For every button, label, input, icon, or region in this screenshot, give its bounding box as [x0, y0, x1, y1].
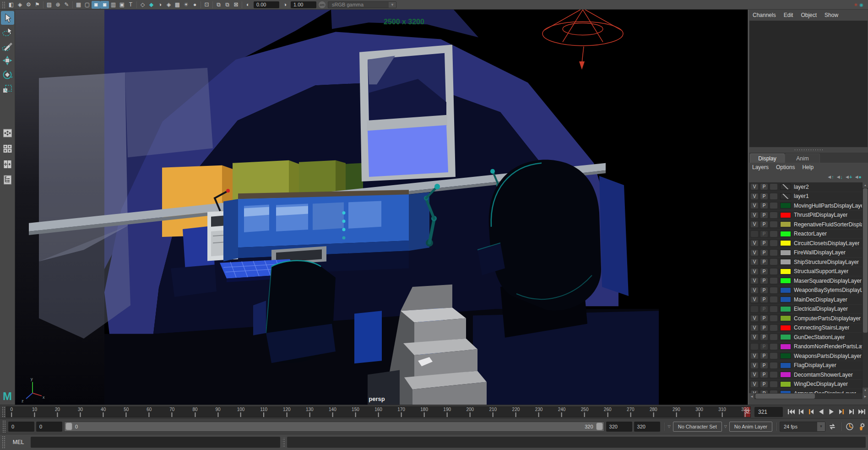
layer-visibility-toggle[interactable]: V [750, 381, 759, 388]
layer-extra-toggle[interactable] [770, 193, 778, 200]
layer-extra-toggle[interactable] [770, 240, 778, 247]
scroll-right-arrow[interactable]: ▶ [863, 393, 868, 399]
color-management-badge[interactable]: om [319, 1, 326, 8]
scroll-down-arrow[interactable]: ▼ [863, 388, 868, 393]
layer-extra-toggle[interactable] [770, 277, 778, 284]
layer-add-selected-icon[interactable]: ◀● [855, 174, 862, 180]
layer-row[interactable]: VPlayer1 [749, 192, 862, 202]
layer-name[interactable]: WingDecDisplayLayer [794, 381, 848, 387]
time-slider-grip[interactable] [1, 406, 5, 417]
layer-color-swatch[interactable] [780, 306, 791, 312]
layer-name[interactable]: WeaponsPartsDisplayLayer [794, 353, 862, 359]
layer-playback-toggle[interactable]: P [760, 315, 768, 322]
layer-extra-toggle[interactable] [770, 352, 778, 359]
xray-joints-icon[interactable]: ⊠ [232, 1, 240, 9]
lock-camera-icon[interactable]: ◈ [16, 1, 24, 9]
rotate-tool[interactable] [1, 68, 14, 82]
layer-extra-toggle[interactable] [770, 249, 778, 256]
xray-inactive-icon[interactable]: ⧉ [223, 1, 232, 9]
gamma-dropdown[interactable]: sRGB gamma▼ [328, 1, 396, 8]
layer-color-swatch[interactable] [780, 203, 791, 209]
layer-name[interactable]: ReactorLayer [794, 230, 827, 237]
layer-visibility-toggle[interactable]: V [750, 371, 759, 378]
layer-row[interactable]: VPConnectingStairsLayer [749, 324, 862, 333]
layer-visibility-toggle[interactable]: V [750, 352, 759, 359]
layer-extra-toggle[interactable] [770, 324, 778, 331]
layer-visibility-toggle[interactable]: V [750, 193, 759, 200]
layer-add-empty-icon[interactable]: ◀+ [846, 174, 852, 180]
layer-name[interactable]: CircuitClosetsDisplayLayer [794, 240, 859, 247]
grid-icon[interactable]: ▦ [74, 1, 83, 9]
layer-extra-toggle[interactable] [770, 296, 778, 303]
layer-visibility-toggle[interactable]: V [750, 212, 759, 219]
textured-icon[interactable]: ◑ [156, 1, 164, 9]
layer-move-up-icon[interactable]: ◀↑ [828, 174, 834, 180]
layer-color-swatch[interactable] [780, 184, 791, 190]
layer-row[interactable]: VPArmouryDecDisplayLayer [749, 389, 862, 393]
layer-color-swatch[interactable] [780, 269, 791, 274]
anim-layer-selector[interactable]: No Anim Layer [729, 422, 772, 432]
layer-playback-toggle[interactable]: P [760, 371, 768, 378]
safe-title-icon[interactable]: T [126, 1, 135, 9]
layer-visibility-toggle[interactable]: V [750, 221, 759, 228]
layer-playback-toggle[interactable]: P [760, 249, 768, 256]
layer-extra-toggle[interactable] [770, 390, 778, 393]
layer-color-swatch[interactable] [780, 287, 791, 293]
layer-visibility-toggle[interactable] [750, 343, 759, 350]
layer-name[interactable]: WeaponBaySytemsDisplayLaye [794, 287, 862, 293]
use-default-material-icon[interactable]: ▩ [173, 1, 182, 9]
film-gate-icon[interactable]: ▢ [83, 1, 92, 9]
layer-row[interactable]: VPRegenativeFluidSorterDisplayL [749, 220, 862, 230]
layer-visibility-toggle[interactable]: V [750, 296, 759, 303]
layer-row[interactable]: VPThrustPitDisplayLayer [749, 211, 862, 220]
resolution-gate-icon[interactable]: ◙ [92, 1, 100, 9]
layer-menu-help[interactable]: Help [802, 164, 814, 170]
select-camera-icon[interactable]: ◧ [7, 1, 16, 9]
step-forward-frame-button[interactable] [847, 407, 856, 417]
layer-extra-toggle[interactable] [770, 212, 778, 219]
vertical-scroll-thumb[interactable] [863, 188, 868, 333]
layer-extra-toggle[interactable] [770, 362, 778, 369]
step-back-key-button[interactable] [807, 407, 816, 417]
tab-display[interactable]: Display [750, 154, 785, 163]
layer-playback-toggle[interactable]: P [760, 296, 768, 303]
layer-color-swatch[interactable] [780, 325, 791, 331]
layer-visibility-toggle[interactable]: V [750, 324, 759, 331]
layer-visibility-toggle[interactable]: V [750, 362, 759, 369]
layer-playback-toggle[interactable]: P [760, 240, 768, 247]
command-line-splitter[interactable] [282, 437, 285, 447]
shaded-icon[interactable]: ◆ [147, 1, 156, 9]
layer-visibility-toggle[interactable]: V [750, 277, 759, 284]
layer-visibility-toggle[interactable]: V [750, 183, 759, 190]
layer-extra-toggle[interactable] [770, 268, 778, 275]
step-back-frame-button[interactable] [797, 407, 806, 417]
layer-menu-layers[interactable]: Layers [752, 164, 769, 170]
layer-playback-toggle[interactable]: P [760, 287, 768, 294]
layer-playback-toggle[interactable]: P [760, 381, 768, 388]
layer-color-swatch[interactable] [780, 381, 791, 387]
layer-row[interactable]: VPCircuitClosetsDisplayLayer [749, 239, 862, 248]
play-backwards-button[interactable] [817, 407, 826, 417]
fps-dropdown[interactable]: 24 fps▼ [780, 422, 825, 432]
layer-list-horizontal-scrollbar[interactable]: ◀ ▶ [749, 393, 868, 399]
layer-row[interactable]: VPMainDecDisplayLayer [749, 295, 862, 305]
layer-name[interactable]: MovingHullPartsDisplayLayer [794, 203, 862, 209]
layer-menu-options[interactable]: Options [776, 164, 795, 170]
layer-list-vertical-scrollbar[interactable]: ▲ ▼ [862, 182, 868, 393]
layer-color-swatch[interactable] [780, 259, 791, 265]
step-forward-key-button[interactable] [837, 407, 846, 417]
layer-color-swatch[interactable] [780, 334, 791, 340]
layer-playback-toggle[interactable]: P [760, 193, 768, 200]
layer-color-swatch[interactable] [780, 193, 791, 199]
layer-name[interactable]: ThrustPitDisplayLayer [794, 212, 847, 218]
layer-playback-toggle[interactable]: P [760, 268, 768, 275]
layer-row[interactable]: VPWingDecDisplayLayer [749, 380, 862, 390]
layer-name[interactable]: MaserSquaredDisplayLayer [794, 278, 862, 284]
outliner-pane-layout[interactable] [1, 172, 14, 187]
layer-row[interactable]: PRandomNonRenderPartsLayer [749, 342, 862, 352]
auto-keyframe-icon[interactable] [845, 422, 855, 432]
range-end-handle[interactable] [596, 423, 603, 430]
layer-name[interactable]: layer2 [794, 184, 809, 190]
layer-row[interactable]: VPlayer2 [749, 182, 862, 192]
layer-extra-toggle[interactable] [770, 230, 778, 237]
